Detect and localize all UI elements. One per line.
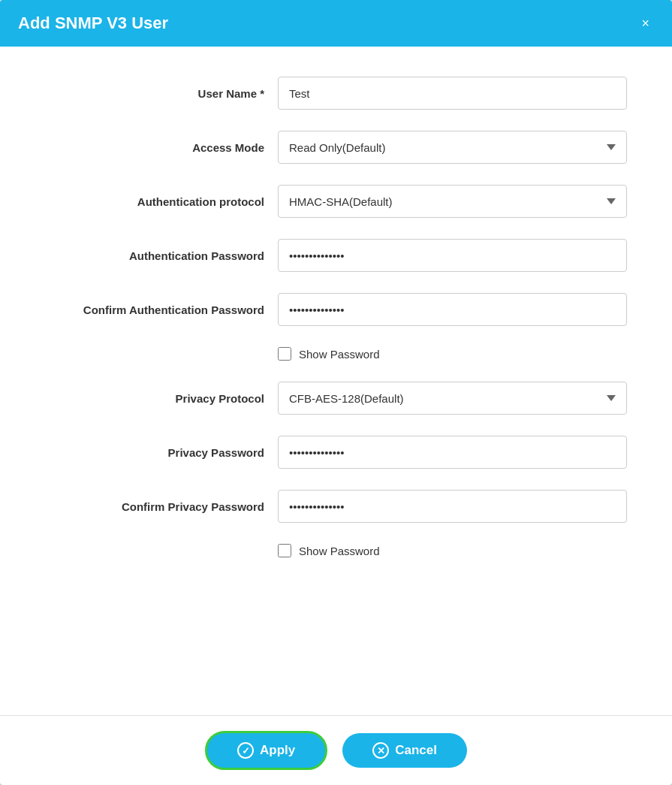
show-password-row-1: Show Password [45,347,627,361]
auth-protocol-select[interactable]: HMAC-SHA(Default) HMAC-MD5 [278,185,627,218]
username-input[interactable] [278,77,627,110]
show-password-label-2[interactable]: Show Password [299,545,380,557]
access-mode-row: Access Mode Read Only(Default) Read Writ… [45,131,627,164]
auth-protocol-label: Authentication protocol [45,195,278,208]
show-password-row-2: Show Password [45,544,627,557]
dialog-title: Add SNMP V3 User [18,14,168,33]
apply-button[interactable]: ✓ Apply [205,731,327,770]
apply-icon: ✓ [237,742,254,759]
confirm-auth-password-label: Confirm Authentication Password [45,303,278,316]
privacy-protocol-row: Privacy Protocol CFB-AES-128(Default) CB… [45,382,627,415]
cancel-button[interactable]: ✕ Cancel [342,733,467,768]
access-mode-select[interactable]: Read Only(Default) Read Write [278,131,627,164]
privacy-protocol-label: Privacy Protocol [45,392,278,405]
username-row: User Name * [45,77,627,110]
dialog-body: User Name * Access Mode Read Only(Defaul… [0,47,672,715]
show-password-checkbox-1[interactable] [278,347,291,361]
auth-password-input[interactable] [278,239,627,272]
dialog-header: Add SNMP V3 User × [0,0,672,47]
confirm-auth-password-row: Confirm Authentication Password [45,293,627,326]
confirm-privacy-password-input[interactable] [278,490,627,523]
privacy-password-row: Privacy Password [45,436,627,469]
privacy-password-input[interactable] [278,436,627,469]
show-password-label-1[interactable]: Show Password [299,348,380,361]
auth-protocol-row: Authentication protocol HMAC-SHA(Default… [45,185,627,218]
confirm-privacy-password-row: Confirm Privacy Password [45,490,627,523]
confirm-privacy-password-label: Confirm Privacy Password [45,500,278,513]
add-snmp-v3-user-dialog: Add SNMP V3 User × User Name * Access Mo… [0,0,672,785]
privacy-protocol-select[interactable]: CFB-AES-128(Default) CBC-DES [278,382,627,415]
auth-password-row: Authentication Password [45,239,627,272]
cancel-icon: ✕ [372,742,389,759]
apply-label: Apply [260,743,295,758]
auth-password-label: Authentication Password [45,249,278,262]
confirm-auth-password-input[interactable] [278,293,627,326]
privacy-password-label: Privacy Password [45,446,278,459]
show-password-checkbox-2[interactable] [278,544,291,557]
username-label: User Name * [45,87,278,100]
close-button[interactable]: × [637,14,654,33]
cancel-label: Cancel [395,743,437,758]
access-mode-label: Access Mode [45,141,278,154]
dialog-footer: ✓ Apply ✕ Cancel [0,715,672,785]
